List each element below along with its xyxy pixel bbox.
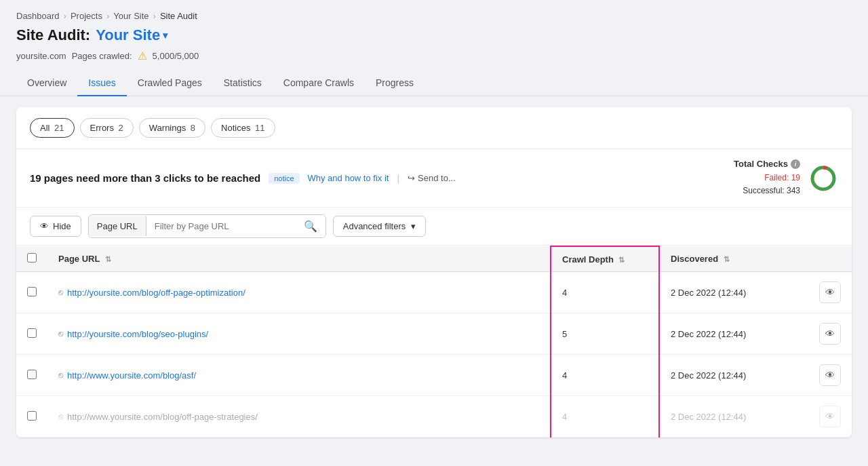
failed-label: Failed: [764,173,789,182]
breadcrumb-sep-3: › [153,11,156,21]
row-discovered: 2 Dec 2022 (12:44) [659,396,808,438]
tab-progress[interactable]: Progress [365,71,425,96]
row-actions: 👁 [808,313,852,355]
url-link[interactable]: ⎋ http://www.yoursite.com/blog/asf/ [58,370,539,381]
breadcrumb-your-site[interactable]: Your Site [113,11,149,21]
tab-issues[interactable]: Issues [77,71,126,96]
filter-errors-button[interactable]: Errors 2 [80,118,134,138]
row-crawl-depth: 4 [551,396,659,438]
breadcrumb-site-audit: Site Audit [160,11,197,21]
pages-crawled-value: 5,000/5,000 [153,51,199,61]
notice-badge: notice [269,173,299,184]
row-discovered: 2 Dec 2022 (12:44) [659,313,808,355]
sort-icon-crawl-depth: ⇅ [618,256,625,264]
row-crawl-depth: 5 [551,313,659,355]
breadcrumb-dashboard[interactable]: Dashboard [16,11,60,21]
eye-icon: 👁 [40,221,49,231]
issue-title: 19 pages need more than 3 clicks to be r… [30,172,260,184]
issues-table: Page URL ⇅ Crawl Depth ⇅ Discovered ⇅ ⎋ [16,246,852,438]
search-button[interactable]: 🔍 [296,215,326,237]
url-link[interactable]: ⎋ http://yoursite.com/blog/off-page-opti… [58,288,539,298]
sort-icon-url: ⇅ [105,255,111,263]
col-header-checkbox [16,246,47,272]
tools-row: 👁 Hide Page URL 🔍 Advanced filters ▾ [16,208,852,246]
col-header-page-url[interactable]: Page URL ⇅ [47,246,551,272]
advanced-filters-button[interactable]: Advanced filters ▾ [333,216,427,237]
row-actions: 👁 [808,272,852,313]
row-crawl-depth: 4 [551,272,659,313]
select-all-checkbox[interactable] [27,253,37,263]
tab-statistics[interactable]: Statistics [213,71,273,96]
filter-notices-button[interactable]: Notices 11 [211,118,275,138]
issue-row: 19 pages need more than 3 clicks to be r… [16,149,852,208]
warning-icon: ⚠ [138,50,147,62]
donut-chart [808,163,838,193]
main-content: All 21 Errors 2 Warnings 8 Notices 11 19… [16,107,852,438]
nav-tabs: Overview Issues Crawled Pages Statistics… [0,71,868,96]
send-icon: ↪ [408,173,415,183]
table-header-row: Page URL ⇅ Crawl Depth ⇅ Discovered ⇅ [16,246,852,272]
col-header-crawl-depth[interactable]: Crawl Depth ⇅ [551,246,659,272]
row-checkbox-cell [16,313,47,355]
row-discovered: 2 Dec 2022 (12:44) [659,272,808,313]
tab-crawled-pages[interactable]: Crawled Pages [127,71,213,96]
row-eye-button[interactable]: 👁 [819,364,841,386]
row-checkbox-cell [16,272,47,313]
row-url-cell: ⎋ http://www.yoursite.com/blog/asf/ [47,355,551,396]
url-link[interactable]: ⎋ http://www.yoursite.com/blog/off-page-… [58,412,539,422]
chevron-down-icon: ▾ [163,30,167,41]
breadcrumb-sep-2: › [106,11,109,21]
row-eye-button[interactable]: 👁 [819,406,841,427]
page-subtitle: yoursite.com Pages crawled: ⚠ 5,000/5,00… [0,47,868,71]
search-input[interactable] [146,216,296,236]
row-eye-button[interactable]: 👁 [819,323,841,345]
page-url-label: Page URL [89,216,146,236]
page-url-selector: Page URL 🔍 [88,214,326,238]
breadcrumb-projects[interactable]: Projects [71,11,102,21]
table-container: Page URL ⇅ Crawl Depth ⇅ Discovered ⇅ ⎋ [16,246,852,438]
total-checks-title: Total Checks [734,159,788,169]
page-title-prefix: Site Audit: [16,26,90,44]
row-checkbox-cell [16,355,47,396]
table-row: ⎋ http://yoursite.com/blog/seo-plugins/ … [16,313,852,355]
row-actions: 👁 [808,355,852,396]
hide-button[interactable]: 👁 Hide [30,216,81,237]
breadcrumb-sep-1: › [64,11,66,21]
page-title: Site Audit: Your Site ▾ [0,24,868,47]
row-url-cell: ⎋ http://www.yoursite.com/blog/off-page-… [47,396,551,438]
chevron-down-icon: ▾ [411,221,416,231]
row-url-cell: ⎋ http://yoursite.com/blog/seo-plugins/ [47,313,551,355]
breadcrumb: Dashboard › Projects › Your Site › Site … [0,0,868,24]
external-link-icon: ⎋ [58,288,63,297]
row-url-cell: ⎋ http://yoursite.com/blog/off-page-opti… [47,272,551,313]
col-header-discovered[interactable]: Discovered ⇅ [659,246,808,272]
external-link-icon: ⎋ [58,412,63,421]
advanced-filters-label: Advanced filters [343,221,406,231]
row-checkbox[interactable] [27,411,37,421]
row-eye-button[interactable]: 👁 [819,281,841,303]
tab-compare-crawls[interactable]: Compare Crawls [273,71,365,96]
row-actions: 👁 [808,396,852,438]
col-header-actions [808,246,852,272]
filter-warnings-button[interactable]: Warnings 8 [139,118,205,138]
send-to-button[interactable]: ↪ Send to... [408,173,456,183]
table-row: ⎋ http://www.yoursite.com/blog/asf/ 4 2 … [16,355,852,396]
sort-icon-discovered: ⇅ [724,255,730,263]
row-checkbox[interactable] [27,328,37,338]
row-checkbox-cell [16,396,47,438]
info-icon[interactable]: i [791,159,800,169]
domain-label: yoursite.com [16,51,66,61]
site-name-dropdown[interactable]: Your Site ▾ [96,26,167,44]
why-how-link[interactable]: Why and how to fix it [308,173,389,183]
tab-overview[interactable]: Overview [16,71,77,96]
filter-all-button[interactable]: All 21 [30,118,75,138]
success-label: Successful: [743,186,784,195]
url-link[interactable]: ⎋ http://yoursite.com/blog/seo-plugins/ [58,329,539,339]
success-count: 343 [787,186,800,195]
row-checkbox[interactable] [27,370,37,379]
pages-crawled-label: Pages crawled: [72,51,132,61]
svg-point-0 [812,168,834,189]
site-name-label: Your Site [96,26,160,44]
row-checkbox[interactable] [27,287,37,296]
row-crawl-depth: 4 [551,355,659,396]
